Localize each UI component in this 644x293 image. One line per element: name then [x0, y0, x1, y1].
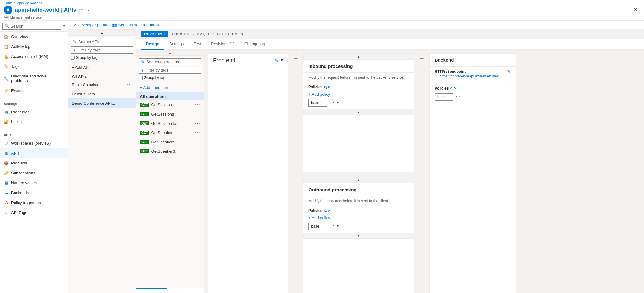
op-get-speaker-sessions[interactable]: GET GetSpeakerS... ···	[136, 146, 204, 156]
more-icon[interactable]: ···	[86, 7, 91, 13]
api-more-menu[interactable]: ···	[127, 100, 132, 106]
star-icon[interactable]: ☆	[79, 7, 84, 13]
sidebar-item-products[interactable]: 📦 Products	[0, 158, 68, 168]
bottom-tab-operations[interactable]: Operations	[136, 288, 167, 293]
bottom-tab-definitions[interactable]: Definitions	[167, 288, 196, 293]
inbound-scroll-down-icon[interactable]: ▾	[337, 100, 339, 105]
edit-icon[interactable]: ✎	[274, 58, 278, 63]
inbound-policies-label: Policies </>	[308, 85, 409, 90]
api-item-demo-conference[interactable]: Demo Conference API... ···	[68, 98, 136, 108]
outbound-scroll-down-icon[interactable]: ▾	[337, 223, 339, 228]
outbound-scroll-down[interactable]: ▼	[303, 233, 414, 239]
locks-icon: 🔐	[4, 119, 9, 124]
app-title: apim-hello-world | APIs	[15, 7, 76, 13]
tab-design[interactable]: Design	[141, 39, 164, 50]
backend-edit-icon[interactable]: ✎	[507, 69, 511, 74]
op-more-menu[interactable]: ···	[195, 139, 200, 145]
sidebar-item-backends[interactable]: ☁ Backends	[0, 188, 68, 198]
sidebar-item-iam[interactable]: 🔒 Access control (IAM)	[0, 51, 68, 61]
collapse-sidebar-button[interactable]: «	[61, 22, 67, 30]
search-ops-placeholder: Search operations	[146, 59, 179, 64]
ops-group-by-tag-row[interactable]: Group by tag	[139, 75, 201, 81]
tab-revisions[interactable]: Revisions (1)	[206, 39, 239, 50]
ops-group-by-tag-checkbox[interactable]	[139, 76, 143, 80]
breadcrumb: Home > apim-hello-world	[4, 1, 640, 6]
filter-apis-icon: ▼	[73, 48, 76, 52]
breadcrumb-current[interactable]: apim-hello-world	[17, 1, 42, 5]
add-api-button[interactable]: + Add API	[68, 63, 136, 72]
outbound-scroll-up[interactable]: ▲	[303, 177, 414, 183]
sidebar-item-tags[interactable]: 🏷️ Tags	[0, 61, 68, 71]
backend-base-more[interactable]: ···	[456, 94, 461, 99]
tab-changelog[interactable]: Change log	[239, 39, 270, 50]
api-item-basic-calculator[interactable]: Basic Calculator ···	[68, 80, 136, 89]
sidebar-item-overview[interactable]: 🏠 Overview	[0, 32, 68, 42]
ops-group-by-tag-label: Group by tag	[144, 76, 165, 80]
ops-scroll-up[interactable]: ▲	[136, 50, 204, 56]
api-more-menu[interactable]: ···	[127, 82, 132, 87]
inbound-add-policy-button[interactable]: + Add policy	[308, 91, 409, 98]
sidebar-item-subscriptions[interactable]: 🔑 Subscriptions	[0, 168, 68, 178]
inbound-code-icon[interactable]: </>	[324, 85, 330, 90]
op-get-sessions[interactable]: GET GetSessions ···	[136, 109, 204, 119]
tab-settings[interactable]: Settings	[164, 39, 189, 50]
op-more-menu[interactable]: ···	[195, 111, 200, 117]
feedback-link[interactable]: 👥 Send us your feedback	[112, 23, 159, 27]
diagnose-icon: 🔧	[4, 76, 9, 81]
api-item-census-data[interactable]: Census Data ···	[68, 89, 136, 98]
close-button[interactable]: ✕	[631, 7, 640, 13]
search-operations-box[interactable]: 🔍 Search operations	[139, 58, 201, 65]
filter-apis-box[interactable]: ▼ Filter by tags	[71, 46, 133, 54]
op-more-menu[interactable]: ···	[195, 120, 200, 126]
op-get-speaker[interactable]: GET GetSpeaker ···	[136, 128, 204, 137]
sidebar-item-activity-log[interactable]: 📋 Activity log	[0, 42, 68, 51]
op-more-menu[interactable]: ···	[195, 102, 200, 107]
add-operation-button[interactable]: + Add operation	[136, 83, 204, 92]
chevron-down-icon[interactable]: ▾	[281, 58, 283, 63]
tab-test[interactable]: Test	[189, 39, 206, 50]
named-values-icon: ▦	[4, 180, 9, 185]
external-link-icon: ↗	[73, 23, 76, 27]
op-get-session-topics[interactable]: GET GetSessionTo... ···	[136, 119, 204, 128]
sidebar-item-named-values[interactable]: ▦ Named values	[0, 178, 68, 188]
sidebar-item-diagnose[interactable]: 🔧 Diagnose and solve problems	[0, 71, 68, 85]
sidebar-item-events[interactable]: ⚡ Events	[0, 85, 68, 95]
revision-dropdown-icon[interactable]: ▾	[241, 32, 243, 37]
feedback-icon: 👥	[112, 23, 117, 27]
inbound-base-badge[interactable]: base	[308, 99, 327, 107]
op-more-menu[interactable]: ···	[195, 130, 200, 135]
developer-portal-link[interactable]: ↗ Developer portal	[73, 23, 107, 27]
backend-code-icon[interactable]: </>	[450, 86, 456, 91]
sidebar-item-label: Properties	[11, 110, 29, 114]
group-by-tag-row[interactable]: Group by tag	[71, 55, 133, 60]
op-get-session[interactable]: GET GetSession ···	[136, 100, 204, 109]
sidebar-item-locks[interactable]: 🔐 Locks	[0, 117, 68, 127]
ops-panel-scroll[interactable]: + Add operation All operations GET GetSe…	[136, 83, 204, 288]
sidebar-item-apis[interactable]: ◉ APIs	[0, 148, 68, 158]
group-by-tag-checkbox[interactable]	[71, 56, 75, 60]
search-apis-box[interactable]: 🔍 Search APIs	[71, 38, 133, 45]
filter-ops-box[interactable]: ▼ Filter by tags	[139, 67, 201, 74]
inbound-scroll-up[interactable]: ▲	[303, 54, 414, 60]
apis-scroll-up[interactable]: ▲	[68, 29, 136, 36]
api-more-menu[interactable]: ···	[127, 91, 132, 97]
apis-panel-scroll[interactable]: + Add API All APIs Basic Calculator ··· …	[68, 63, 136, 293]
op-more-menu[interactable]: ···	[195, 148, 200, 154]
sidebar-item-workspaces[interactable]: ⬡ Workspaces (preview)	[0, 138, 68, 148]
home-icon: 🏠	[4, 34, 9, 39]
sidebar-item-api-tags[interactable]: 🏷 API Tags	[0, 208, 68, 217]
inbound-base-more[interactable]: ···	[329, 99, 334, 105]
outbound-base-more[interactable]: ···	[329, 223, 334, 229]
all-operations-item[interactable]: All operations	[136, 92, 204, 100]
get-badge: GET	[140, 131, 149, 135]
outbound-base-badge[interactable]: base	[308, 223, 327, 230]
inbound-scroll-down[interactable]: ▼	[303, 109, 414, 115]
backend-base-badge[interactable]: base	[435, 93, 453, 101]
breadcrumb-home[interactable]: Home	[4, 1, 13, 5]
outbound-code-icon[interactable]: </>	[324, 208, 330, 213]
outbound-add-policy-button[interactable]: + Add policy	[308, 214, 409, 221]
sidebar-item-policy-fragments[interactable]: ⬡ Policy fragments	[0, 198, 68, 208]
sidebar-item-properties[interactable]: ▤ Properties	[0, 107, 68, 117]
sidebar-search-box[interactable]: 🔍 Search	[2, 23, 61, 30]
op-get-speakers[interactable]: GET GetSpeakers ···	[136, 137, 204, 146]
